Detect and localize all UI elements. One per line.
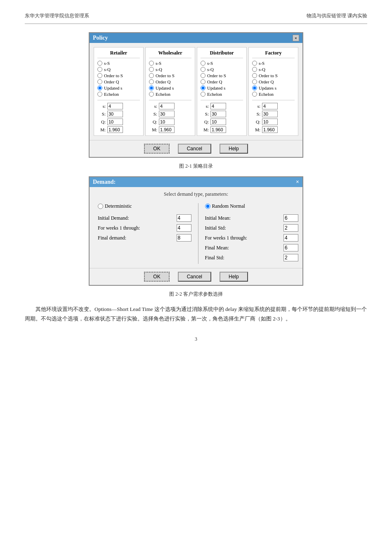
policy-radio-label-0-4: Updated s — [104, 85, 122, 90]
policy-radio-2-0[interactable] — [201, 61, 205, 66]
policy-radio-item-3-2[interactable]: Order to S — [252, 73, 295, 78]
policy-ok-button[interactable]: OK — [144, 144, 169, 154]
policy-dialog: Policy × Retailers-Ss-QOrder to SOrder Q… — [89, 32, 303, 158]
policy-radio-item-3-1[interactable]: s-Q — [252, 67, 295, 72]
policy-radio-item-0-3[interactable]: Order Q — [97, 79, 140, 84]
policy-cancel-button[interactable]: Cancel — [178, 144, 211, 154]
policy-radio-2-2[interactable] — [201, 73, 205, 78]
policy-radio-item-2-3[interactable]: Order Q — [201, 79, 243, 84]
policy-radio-item-1-5[interactable]: Echelon — [149, 92, 191, 97]
policy-radio-1-3[interactable] — [149, 79, 154, 84]
demand-right-input-2[interactable] — [283, 234, 298, 242]
policy-radio-0-1[interactable] — [97, 67, 102, 72]
random-normal-radio[interactable] — [205, 204, 210, 209]
policy-radio-3-3[interactable] — [252, 79, 257, 84]
page-header: 东华大学管理学院信息管理系 物流与供应链管理 课内实验 — [25, 12, 367, 19]
param-input-S-0[interactable] — [107, 111, 123, 117]
demand-right-input-1[interactable] — [283, 224, 298, 232]
demand-right-field-0: Initial Mean: — [205, 214, 299, 222]
demand-cancel-button[interactable]: Cancel — [178, 272, 211, 282]
policy-radio-1-1[interactable] — [149, 67, 154, 72]
param-input-s-1[interactable] — [159, 103, 175, 109]
param-row-Q-2: Q: — [201, 119, 243, 125]
policy-radio-label-3-0: s-S — [259, 61, 264, 66]
policy-radio-1-4[interactable] — [149, 85, 154, 90]
param-input-S-2[interactable] — [210, 111, 226, 117]
policy-radio-3-1[interactable] — [252, 67, 257, 72]
param-input-M-0[interactable] — [107, 126, 123, 133]
policy-radio-3-5[interactable] — [252, 92, 257, 97]
policy-radio-2-5[interactable] — [201, 92, 205, 97]
policy-radio-1-2[interactable] — [149, 73, 154, 78]
param-row-Q-1: Q: — [149, 119, 191, 125]
policy-radio-3-4[interactable] — [252, 85, 257, 90]
policy-radio-item-2-5[interactable]: Echelon — [201, 92, 243, 97]
param-row-S-1: S: — [149, 111, 191, 117]
policy-radio-item-2-4[interactable]: Updated s — [201, 85, 243, 90]
policy-radio-item-1-0[interactable]: s-S — [149, 61, 191, 66]
demand-left-label-0: Initial Demand: — [98, 215, 129, 221]
demand-left-input-1[interactable] — [177, 224, 191, 232]
policy-radio-item-2-0[interactable]: s-S — [201, 61, 243, 66]
policy-radio-item-0-0[interactable]: s-S — [97, 61, 140, 66]
demand-help-button[interactable]: Help — [220, 272, 248, 282]
policy-radio-2-4[interactable] — [201, 85, 205, 90]
demand-right-input-3[interactable] — [283, 244, 298, 251]
policy-radio-0-2[interactable] — [97, 73, 102, 78]
policy-radio-3-0[interactable] — [252, 61, 257, 66]
policy-radio-item-3-0[interactable]: s-S — [252, 61, 295, 66]
param-input-S-3[interactable] — [262, 111, 278, 117]
param-input-Q-0[interactable] — [107, 119, 123, 125]
policy-radio-1-0[interactable] — [149, 61, 154, 66]
demand-left-input-0[interactable] — [177, 214, 191, 222]
policy-radio-item-0-4[interactable]: Updated s — [97, 85, 140, 90]
policy-radio-item-0-5[interactable]: Echelon — [97, 92, 140, 97]
param-input-M-3[interactable] — [262, 126, 278, 133]
policy-radio-0-5[interactable] — [97, 92, 102, 97]
param-label-s-1: s: — [149, 104, 157, 109]
policy-help-button[interactable]: Help — [220, 144, 248, 154]
policy-radio-item-3-3[interactable]: Order Q — [252, 79, 295, 84]
policy-radio-1-5[interactable] — [149, 92, 154, 97]
demand-left-input-2[interactable] — [177, 234, 191, 242]
param-input-M-1[interactable] — [159, 126, 175, 133]
param-input-s-0[interactable] — [107, 103, 123, 109]
policy-radio-2-1[interactable] — [201, 67, 205, 72]
param-input-Q-1[interactable] — [159, 119, 175, 125]
policy-radio-item-2-1[interactable]: s-Q — [201, 67, 243, 72]
policy-radio-item-1-4[interactable]: Updated s — [149, 85, 191, 90]
param-input-S-1[interactable] — [159, 111, 175, 117]
policy-radio-2-3[interactable] — [201, 79, 205, 84]
policy-radio-0-0[interactable] — [97, 61, 102, 66]
policy-radio-item-1-3[interactable]: Order Q — [149, 79, 191, 84]
policy-dialog-body: Retailers-Ss-QOrder to SOrder QUpdated s… — [90, 43, 302, 140]
policy-radio-item-0-2[interactable]: Order to S — [97, 73, 140, 78]
policy-col-header-2: Distributor — [201, 50, 243, 58]
policy-radio-0-4[interactable] — [97, 85, 102, 90]
policy-radio-3-2[interactable] — [252, 73, 257, 78]
demand-right-field-1: Initial Std: — [205, 224, 299, 232]
policy-radio-item-3-4[interactable]: Updates s — [252, 85, 295, 90]
param-input-Q-2[interactable] — [210, 119, 226, 125]
param-input-Q-3[interactable] — [262, 119, 278, 125]
demand-close-button[interactable]: × — [296, 179, 299, 185]
param-label-s-2: s: — [201, 104, 209, 109]
demand-right-label-2: For weeks 1 through: — [205, 235, 247, 241]
param-input-M-2[interactable] — [210, 126, 226, 133]
policy-close-button[interactable]: × — [293, 35, 299, 41]
policy-radio-item-1-2[interactable]: Order to S — [149, 73, 191, 78]
policy-radio-item-3-5[interactable]: Echelon — [252, 92, 295, 97]
demand-right-input-4[interactable] — [283, 254, 298, 261]
policy-radio-0-3[interactable] — [97, 79, 102, 84]
demand-ok-button[interactable]: OK — [144, 272, 169, 282]
policy-radio-label-3-1: s-Q — [259, 67, 265, 72]
demand-right-input-0[interactable] — [283, 214, 298, 222]
policy-radio-label-0-0: s-S — [104, 61, 110, 66]
deterministic-radio[interactable] — [98, 204, 103, 209]
policy-radio-item-1-1[interactable]: s-Q — [149, 67, 191, 72]
param-input-s-3[interactable] — [262, 103, 278, 109]
policy-radio-item-0-1[interactable]: s-Q — [97, 67, 140, 72]
param-input-s-2[interactable] — [210, 103, 226, 109]
policy-radio-item-2-2[interactable]: Order to S — [201, 73, 243, 78]
policy-radio-label-0-2: Order to S — [104, 73, 123, 78]
